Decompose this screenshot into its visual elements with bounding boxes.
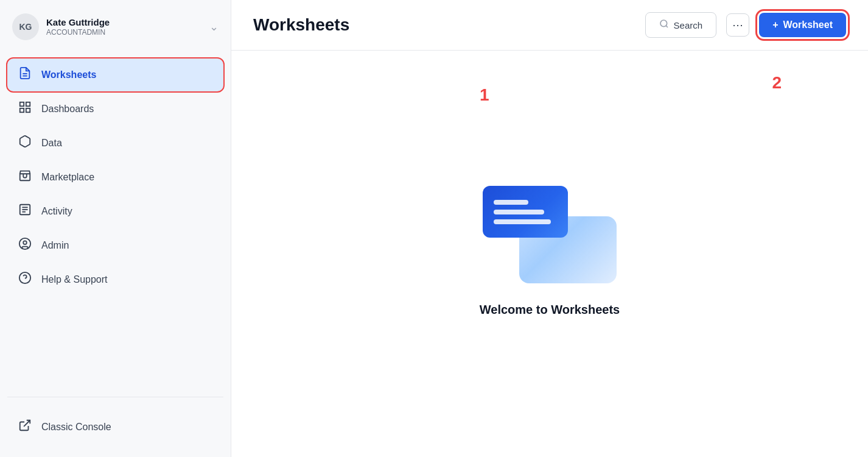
sidebar-item-admin[interactable]: Admin [7,229,223,262]
dashboards-icon [17,101,33,118]
worksheet-icon [17,66,33,83]
classic-console-section: Classic Console [0,403,231,457]
welcome-title: Welcome to Worksheets [480,303,620,317]
annotation-2: 2 [772,73,782,93]
sidebar: KG Kate Guttridge ACCOUNTADMIN ⌄ Workshe… [0,0,231,457]
search-icon [659,19,669,31]
help-icon [17,271,33,288]
sidebar-item-activity[interactable]: Activity [7,195,223,228]
sidebar-item-help[interactable]: Help & Support [7,263,223,296]
admin-label: Admin [41,240,69,251]
data-icon [17,135,33,152]
dashboards-label: Dashboards [41,104,94,115]
worksheets-label: Worksheets [41,69,96,80]
page-title: Worksheets [253,15,635,35]
search-label: Search [674,20,703,30]
search-button[interactable]: Search [645,12,717,38]
external-link-icon [17,419,33,436]
avatar: KG [12,13,39,40]
illustration-line-3 [494,219,551,224]
user-role: ACCOUNTADMIN [46,28,202,37]
welcome-section: Welcome to Worksheets [231,51,868,457]
worksheets-illustration [483,186,617,283]
svg-point-15 [660,20,667,27]
activity-label: Activity [41,206,72,217]
more-options-button[interactable]: ⋯ [726,13,749,37]
activity-icon [17,203,33,220]
svg-rect-5 [26,108,30,112]
svg-rect-4 [20,108,24,112]
chevron-down-icon: ⌄ [209,20,219,34]
sidebar-item-classic-console[interactable]: Classic Console [7,411,223,444]
user-name: Kate Guttridge [46,17,202,27]
sidebar-item-dashboards[interactable]: Dashboards [7,93,223,126]
main-content-area: 1 2 Worksheets Search ⋯ + Worksheet [231,0,868,457]
sidebar-item-worksheets[interactable]: Worksheets [7,58,223,91]
svg-line-14 [24,420,30,427]
svg-rect-2 [20,102,24,106]
help-label: Help & Support [41,274,108,285]
nav-menu: Worksheets Dashboards Data [0,54,231,391]
marketplace-label: Marketplace [41,172,94,183]
admin-icon [17,237,33,254]
classic-console-label: Classic Console [41,422,111,433]
marketplace-icon [17,169,33,186]
sidebar-item-marketplace[interactable]: Marketplace [7,161,223,194]
data-label: Data [41,138,62,149]
plus-icon: + [772,19,778,30]
user-info: Kate Guttridge ACCOUNTADMIN [46,17,202,37]
sidebar-item-data[interactable]: Data [7,127,223,160]
sidebar-divider [7,397,223,397]
illustration-card [483,186,568,238]
illustration-line-2 [494,210,544,214]
svg-rect-3 [26,102,30,106]
ellipsis-icon: ⋯ [732,18,743,32]
user-profile[interactable]: KG Kate Guttridge ACCOUNTADMIN ⌄ [0,0,231,54]
new-worksheet-button[interactable]: + Worksheet [759,13,846,37]
svg-point-11 [23,241,27,244]
svg-line-16 [666,26,668,27]
illustration-line-1 [494,200,528,205]
new-worksheet-label: Worksheet [783,19,833,30]
annotation-1: 1 [480,85,489,105]
main-header: Worksheets Search ⋯ + Worksheet [231,0,868,51]
